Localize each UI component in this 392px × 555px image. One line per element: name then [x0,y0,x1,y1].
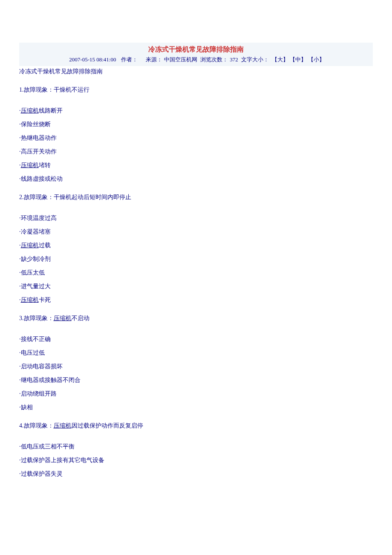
font-medium-link[interactable]: 【中】 [290,56,306,63]
list-item: ·低压太低 [19,268,373,277]
bullet-text: ·接线不正确 [19,336,51,342]
compressor-link[interactable]: 压缩机 [21,297,39,303]
title-bar: 冷冻式干燥机常见故障排除指南 [19,43,373,55]
bullet-text: 线路断开 [39,107,63,114]
list-item: ·过载保护器上接有其它电气设备 [19,456,373,465]
list-item: ·线路虚接或松动 [19,174,373,183]
source-value: 中国空压机网 [164,56,197,63]
bullet-text: ·进气量过大 [19,283,51,289]
font-size-label: 文字大小： [241,56,269,63]
page-title: 冷冻式干燥机常见故障排除指南 [148,46,244,53]
section-heading: 3.故障现象：压缩机不启动 [19,314,373,323]
heading-text: 2.故障现象：干燥机起动后短时间内即停止 [19,194,131,200]
page-container: 冷冻式干燥机常见故障排除指南 2007-05-15 08:41:00 作者： 来… [0,0,392,500]
list-item: ·启动绕组开路 [19,389,373,398]
heading-text: 1.故障现象：干燥机不运行 [19,87,89,93]
views-value: 372 [230,56,238,63]
bullet-text: ·高压开关动作 [19,148,57,155]
compressor-link[interactable]: 压缩机 [54,315,72,321]
list-item: ·压缩机卡死 [19,295,373,304]
article-subtitle: 冷冻式干燥机常见故障排除指南 [19,67,373,76]
list-item: ·进气量过大 [19,282,373,291]
list-item: ·启动电容器损坏 [19,362,373,371]
views-label: 浏览次数： [200,56,228,63]
section-heading: 2.故障现象：干燥机起动后短时间内即停止 [19,193,373,202]
meta-bar: 2007-05-15 08:41:00 作者： 来源：中国空压机网 浏览次数：3… [19,55,373,66]
compressor-link[interactable]: 压缩机 [21,162,39,168]
list-item: ·保险丝烧断 [19,120,373,129]
bullet-text: ·过载保护器失灵 [19,471,63,477]
author-label: 作者： [121,56,138,63]
list-item: ·热继电器动作 [19,133,373,142]
bullet-text: ·低电压或三相不平衡 [19,443,75,450]
heading-text: 因过载保护动作而反复启停 [72,422,143,429]
list-item: ·低电压或三相不平衡 [19,442,373,451]
bullet-text: ·电压过低 [19,350,45,356]
bullet-text: ·启动电容器损坏 [19,363,63,370]
list-item: ·接线不正确 [19,335,373,344]
compressor-link[interactable]: 压缩机 [21,242,39,249]
list-item: ·缺相 [19,403,373,412]
list-item: ·压缩机过载 [19,241,373,250]
list-item: ·继电器或接触器不闭合 [19,376,373,384]
list-item: ·压缩机堵转 [19,161,373,170]
list-item: ·环境温度过高 [19,214,373,223]
heading-text: 4.故障现象： [19,422,54,429]
heading-text: 3.故障现象： [19,315,54,321]
bullet-text: ·缺少制冷剂 [19,256,51,262]
bullet-text: 卡死 [39,297,51,303]
section-heading: 1.故障现象：干燥机不运行 [19,85,373,94]
article-body: 冷冻式干燥机常见故障排除指南 1.故障现象：干燥机不运行 ·压缩机线路断开 ·保… [19,67,373,478]
list-item: ·冷凝器堵塞 [19,227,373,236]
bullet-text: ·低压太低 [19,269,45,276]
bullet-text: ·环境温度过高 [19,215,57,221]
bullet-text: 堵转 [39,162,51,168]
bullet-text: ·热继电器动作 [19,135,57,141]
bullet-text: ·保险丝烧断 [19,121,51,127]
list-item: ·缺少制冷剂 [19,254,373,263]
font-large-link[interactable]: 【大】 [272,56,288,63]
section-heading: 4.故障现象：压缩机因过载保护动作而反复启停 [19,421,373,430]
bullet-text: 过载 [39,242,51,249]
list-item: ·电压过低 [19,348,373,357]
bullet-text: ·冷凝器堵塞 [19,228,51,235]
compressor-link[interactable]: 压缩机 [21,107,39,114]
bullet-text: ·继电器或接触器不闭合 [19,377,81,383]
compressor-link[interactable]: 压缩机 [54,422,72,429]
list-item: ·压缩机线路断开 [19,106,373,115]
heading-text: 不启动 [72,315,89,321]
bullet-text: ·过载保护器上接有其它电气设备 [19,457,104,463]
source-label: 来源： [146,56,162,63]
list-item: ·过载保护器失灵 [19,469,373,478]
list-item: ·高压开关动作 [19,147,373,156]
font-small-link[interactable]: 【小】 [308,56,325,63]
bullet-text: ·缺相 [19,404,33,410]
bullet-text: ·线路虚接或松动 [19,176,63,182]
bullet-text: ·启动绕组开路 [19,390,57,397]
timestamp: 2007-05-15 08:41:00 [69,56,116,63]
